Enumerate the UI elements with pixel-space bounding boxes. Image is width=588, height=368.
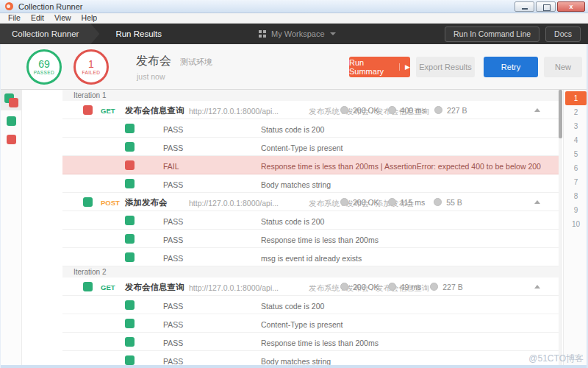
test-status-square (125, 319, 135, 328)
failed-count-badge: 1 FAILED (74, 49, 109, 85)
metric-value: 200 OK (353, 106, 379, 115)
request-row[interactable]: GET发布会信息查询http://127.0.0.1:8000/api...发布… (62, 277, 559, 296)
iteration-header: Iteration 1 (62, 90, 559, 101)
minimap-item-pass[interactable] (7, 116, 16, 126)
pager-item-1[interactable]: 1 (565, 91, 587, 105)
scrollbar-track[interactable] (559, 90, 562, 365)
window-frame-left (0, 44, 1, 368)
failed-label: FAILED (82, 70, 101, 75)
collapse-chevron-icon[interactable] (534, 285, 540, 289)
metric-value: 200 OK (353, 283, 379, 291)
docs-button[interactable]: Docs (545, 26, 581, 42)
test-result-label: PASS (163, 320, 183, 329)
test-status-square (125, 216, 135, 225)
request-url: http://127.0.0.1:8000/api... (189, 107, 279, 116)
window-title: Collection Runner (18, 2, 82, 11)
metric-value: 49 ms (401, 283, 422, 291)
test-result-row: PASSBody matches string (62, 174, 559, 193)
test-status-square (125, 300, 135, 310)
menu-item-help[interactable]: Help (76, 13, 103, 23)
close-button[interactable]: x (557, 1, 585, 12)
request-row[interactable]: POST添加发布会http://127.0.0.1:8000/api...发布系… (62, 193, 559, 211)
test-result-label: PASS (163, 180, 183, 189)
run-in-command-line-button[interactable]: Run In Command Line (445, 26, 539, 42)
time-dot-icon (388, 198, 396, 206)
run-timestamp: just now (137, 72, 165, 81)
passed-label: PASSED (34, 70, 54, 75)
run-summary-button-label: Run Summary (349, 58, 393, 76)
title-bar: Collection Runner x (0, 0, 588, 13)
pager-item-6[interactable]: 6 (565, 161, 587, 175)
nav-tab-run-results[interactable]: Run Results (99, 24, 178, 44)
request-status-square (83, 197, 93, 207)
pager-item-9[interactable]: 9 (565, 203, 587, 217)
request-method-label: POST (101, 199, 120, 207)
test-description: Content-Type is present (261, 320, 343, 329)
pager-item-3[interactable]: 3 (565, 119, 587, 133)
pager-item-5[interactable]: 5 (565, 147, 587, 161)
workspace-label: My Workspace (271, 29, 325, 38)
collapse-chevron-icon[interactable] (534, 108, 540, 112)
test-description: Response time is less than 200ms (261, 339, 379, 347)
request-name: 发布会信息查询 (125, 105, 184, 116)
minimap-item-fail[interactable] (7, 135, 16, 144)
menu-item-file[interactable]: File (3, 13, 26, 23)
test-result-row: PASSContent-Type is present (62, 314, 559, 333)
test-description: Body matches string (261, 357, 331, 365)
metric-value: 227 B (447, 106, 467, 115)
run-summary-arrow-icon: ▶ (399, 63, 410, 71)
time-dot-icon (388, 283, 396, 291)
environment-label: 测试环境 (180, 57, 212, 66)
test-status-square (125, 142, 135, 152)
nav-bar: Collection Runner Run Results My Workspa… (0, 24, 588, 44)
pager-item-2[interactable]: 2 (565, 105, 587, 119)
failed-count: 1 (88, 59, 94, 70)
test-description: Status code is 200 (261, 125, 324, 134)
minimize-button[interactable] (514, 1, 534, 12)
test-result-label: PASS (163, 236, 183, 244)
nav-tab-collection-runner[interactable]: Collection Runner (0, 24, 99, 44)
test-status-square (125, 124, 135, 133)
passed-count-badge: 69 PASSED (26, 49, 62, 85)
collapse-chevron-icon[interactable] (534, 200, 540, 204)
minimap-item-selected[interactable] (0, 90, 22, 110)
pager-item-4[interactable]: 4 (565, 133, 587, 147)
test-result-row: PASSResponse time is less than 200ms (62, 230, 559, 248)
menu-item-edit[interactable]: Edit (26, 13, 49, 23)
test-description: Status code is 200 (261, 302, 324, 311)
nav-right-buttons: Run In Command Line Docs (445, 24, 588, 44)
request-metrics: 200 OK49 ms227 B (340, 277, 472, 296)
test-result-row: PASSStatus code is 200 (62, 119, 559, 138)
window-frame-bottom (0, 365, 588, 368)
new-button[interactable]: New (544, 57, 582, 77)
results-list: Iteration 1GET发布会信息查询http://127.0.0.1:80… (22, 90, 559, 365)
test-status-square (125, 179, 135, 188)
metric-value: 227 B (442, 283, 462, 291)
request-status-square (83, 282, 93, 291)
test-result-row: PASSStatus code is 200 (62, 296, 559, 314)
test-description: Status code is 200 (261, 217, 324, 226)
results-panel: Iteration 1GET发布会信息查询http://127.0.0.1:80… (0, 90, 588, 365)
iteration-minimap (0, 90, 22, 365)
pager-item-8[interactable]: 8 (565, 189, 587, 203)
test-status-square (125, 252, 135, 262)
retry-button[interactable]: Retry (484, 57, 538, 77)
workspace-selector[interactable]: My Workspace (259, 24, 336, 44)
test-result-row: PASSBody matches string (62, 351, 559, 365)
test-result-row: PASSContent-Type is present (62, 138, 559, 156)
test-result-row: PASSResponse time is less than 200ms (62, 333, 559, 351)
export-results-button[interactable]: Export Results (416, 57, 475, 77)
passed-count: 69 (38, 59, 50, 70)
run-summary-button[interactable]: Run Summary ▶ (349, 57, 410, 77)
pager-item-7[interactable]: 7 (565, 175, 587, 189)
test-result-label: PASS (163, 339, 183, 347)
scrollbar-thumb[interactable] (559, 90, 562, 138)
pager-item-10[interactable]: 10 (565, 217, 587, 231)
menu-item-view[interactable]: View (49, 13, 76, 23)
maximize-button[interactable] (536, 1, 556, 12)
request-metrics: 200 OK400 ms227 B (340, 101, 476, 119)
request-row[interactable]: GET发布会信息查询http://127.0.0.1:8000/api...发布… (62, 101, 559, 119)
workspace-grid-icon (259, 30, 266, 38)
size-dot-icon (430, 283, 438, 291)
run-summary-bar: 69 PASSED 1 FAILED 发布会测试环境 just now Run … (0, 44, 588, 90)
